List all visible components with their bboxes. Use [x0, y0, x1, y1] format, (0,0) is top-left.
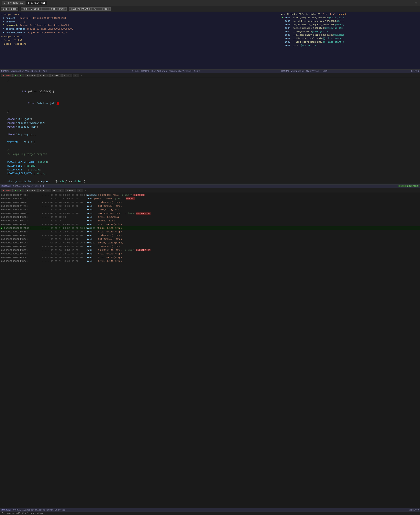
cont-button-bottom[interactable]: ▶ Cont — [13, 189, 25, 192]
close-button-bottom[interactable]: × — [83, 189, 88, 192]
stacktrace-position: 1:1/10 — [411, 70, 419, 72]
step-button-top[interactable]: → Step — [50, 74, 62, 77]
code-line-ifdef: #if (OS == .WINDOWS) { — [0, 86, 420, 98]
code-blank4 — [0, 137, 420, 141]
stack-frame-1009[interactable]: 1009: _start@@_start:15 — [281, 44, 419, 47]
bottom-bar: "src/main.jai" 250 lines --15%-- — [0, 512, 420, 515]
disasm-24453f: 0x000000000024453f: ----- 48 8B B4 24 A0… — [0, 245, 420, 248]
arrow-ifdef — [4, 86, 7, 98]
main-layout: Set Dump Add Delete +/- Set Dump Pause/C… — [0, 6, 420, 515]
stack-frame-1008[interactable]: 1008: __libc_start_main_impl@@__libc_sta… — [281, 40, 419, 44]
disasm-244534: 0x0000000000244534: ----- C7 84 24 AC 01… — [0, 241, 420, 245]
tab-1-label: 2+ s/main.jai — [4, 2, 23, 5]
outi-button[interactable]: ← OutI — [65, 189, 76, 192]
disasm-pane: 0x00000000000244d8: ----- 48 B9 00 B0 22… — [0, 193, 420, 512]
plusminus-right-button[interactable]: +/- — [92, 7, 100, 11]
stop-button-bottom[interactable]: ■ Stop — [1, 189, 13, 192]
disasm-status-bar: NORMAL NORMAL _vimspector_disassembly/0x… — [0, 508, 420, 512]
focus-button[interactable]: Focus — [100, 7, 111, 11]
scope-static: + Scope: Static — [1, 35, 139, 38]
stack-frame-1005[interactable]: 1005: __program_main@main.jai:234 — [281, 30, 419, 33]
pause-button-top[interactable]: ⊳ Pause — [25, 74, 38, 77]
dump-button-left[interactable]: Dump — [9, 7, 18, 11]
disasm-status-text: NORMAL _vimspector_disassembly/0x244511 — [13, 509, 65, 511]
tab-1[interactable]: 2+ s/main.jai — [2, 1, 25, 5]
code-blank7 — [0, 176, 420, 180]
toolbar-left: Set Dump — [0, 6, 20, 12]
set-button-left[interactable]: Set — [1, 7, 9, 11]
stacktrace-status-text: NORMAL vimspector.StackTrace [-,RO] — [281, 70, 328, 72]
nexti-button[interactable]: ↩ NextI — [38, 189, 51, 192]
scope-global: + Scope: Global — [1, 38, 139, 42]
disasm-244507: 0x0000000000244507: ----- 48 8B 36 movq … — [0, 219, 420, 223]
stack-frame-1006[interactable]: 1006: __system_entry_point_100005dd6@Run… — [281, 33, 419, 37]
code-load-messages: #load "messages.jai"; — [0, 125, 420, 129]
stack-frame-1004[interactable]: 1004: handle_message_700001c9b@main.jai:… — [281, 26, 419, 30]
close-button-top[interactable]: × — [79, 74, 84, 77]
window-close-icon[interactable]: × — [414, 2, 418, 5]
code-status-bar: NORMAL NORMAL src/main.jai [-] [jai] 38:… — [0, 184, 420, 188]
code-cmt2: // Compiling target program — [0, 153, 420, 156]
debug-toolbar-top: ■ Stop ▶ Cont ⊳ Pause ↩ Next → Step ← Ou… — [0, 73, 420, 78]
bp-windows — [1, 98, 4, 110]
cont-button-top[interactable]: ▶ Cont — [13, 74, 25, 77]
code-text-windows: #load "windows.jai"; — [7, 98, 59, 110]
toolbar-right: Pause/Continue +/- Focus — [68, 6, 420, 12]
code-plugin-path: PLUGIN_SEARCH_PATH : string; — [0, 160, 420, 164]
code-line-blank1 — [0, 82, 420, 86]
arrow-1 — [4, 78, 7, 82]
debug-toolbar-bottom: ■ Stop ▶ Cont ⊳ Pause ↩ NextI → StepI ← … — [0, 188, 420, 193]
code-log-path: LOGGING_FILE_PATH : string; — [0, 172, 420, 176]
code-load-logging: #load "logging.jai"; — [0, 133, 420, 137]
watches-pane: NORMAL <tor.Watches [VimspectorPrompt] 0… — [140, 12, 280, 73]
tab-2-label: 5 s/main.jai — [28, 2, 45, 5]
code-blank3 — [0, 129, 420, 133]
code-line-1: } — [0, 78, 420, 82]
tab-2[interactable]: 5 s/main.jai — [26, 1, 47, 5]
watches-status: NORMAL <tor.Watches [VimspectorPrompt] 0… — [140, 69, 280, 73]
disasm-24452d: 0x000000000024452d: ----- 48 8B 91 48 01… — [0, 237, 420, 241]
code-status-text: NORMAL src/main.jai [-] — [13, 185, 44, 187]
bottom-status-text: "src/main.jai" 250 lines --15%-- — [2, 512, 45, 515]
bp-1 — [1, 78, 4, 82]
variables-status-text: NORMAL vimspector.Variables [-,RO] — [1, 70, 47, 72]
out-button-top[interactable]: ← Out — [62, 74, 72, 77]
disasm-244525: 0x0000000000244525: ----- 48 8B 8C 24 B0… — [0, 234, 420, 237]
var-command: *+ command: {count:0, allocated:14, data… — [1, 23, 139, 27]
disasm-244d8: 0x00000000000244d8: ----- 48 B9 00 B0 22… — [0, 193, 420, 197]
code-text-1: } — [7, 78, 9, 82]
title-bar: 2+ s/main.jai 5 s/main.jai × — [0, 0, 420, 6]
disasm-244e9: 0x00000000000244e9: ----- 48 8B 94 24 B0… — [0, 201, 420, 204]
var-output: + output_string: {count:0, data:0x000000… — [1, 27, 139, 31]
stack-frame-1007[interactable]: 1007: __libc_start_call_main@@__libc_sta… — [281, 37, 419, 40]
watch-button-bottom[interactable]: ○: — [77, 189, 83, 192]
watch-button-top[interactable]: ○: — [73, 74, 79, 77]
stack-frame-1001[interactable]: ▶ 1001: start_compilation_700001ae4@main… — [281, 16, 419, 20]
plusminus-button[interactable]: +/- — [41, 7, 49, 11]
toolbar-row: Set Dump Add Delete +/- Set Dump Pause/C… — [0, 6, 420, 12]
disasm-244556: 0x0000000000244556: ----- 48 89 94 24 90… — [0, 256, 420, 259]
stop-button-top[interactable]: ■ Stop — [1, 74, 13, 77]
dump-button-mid[interactable]: Dump — [57, 7, 66, 11]
code-line-brace: } — [0, 109, 420, 113]
add-button[interactable]: Add — [21, 7, 29, 11]
set-button-mid[interactable]: Set — [49, 7, 57, 11]
disasm-24455e: 0x000000000024455e: ----- 48 89 81 48 01… — [0, 259, 420, 263]
variables-position: 1:1/9 — [132, 70, 139, 72]
disasm-244e2: 0x00000000000244e2: ----- 48 81 C1 A1 66… — [0, 197, 420, 201]
code-version: VERSION :: "0.2.0"; — [0, 141, 420, 145]
disasm-24454e: 0x000000000024454e: ----- 48 89 B4 24 A0… — [0, 252, 420, 256]
disasm-244511-current: ▶ 0x0000000000244511: ----- 48 C7 84 24 … — [0, 226, 420, 230]
next-button-top[interactable]: ↩ Next — [38, 74, 50, 77]
pause-button-bottom[interactable]: ⊳ Pause — [25, 189, 38, 192]
delete-button[interactable]: Delete — [29, 7, 41, 11]
code-load-request: #load "request_types.jai"; — [0, 121, 420, 125]
code-mode: NORMAL NORMAL src/main.jai [-] — [1, 185, 44, 187]
pause-continue-button[interactable]: Pause/Continue — [69, 7, 92, 11]
stack-frame-1002[interactable]: 1002: get_definition_location_700001b4d@… — [281, 20, 419, 23]
stack-frame-1003[interactable]: 1003: on_definition_request_7000026fc@me… — [281, 23, 419, 26]
var-request: + request: {count:4, data:0x00007fff4102… — [1, 16, 139, 20]
code-blank5 — [0, 145, 420, 148]
disasm-244f8: 0x00000000000244f8: ----- 48 8B 7E 10 mo… — [0, 208, 420, 212]
stepi-button[interactable]: → StepI — [52, 189, 64, 192]
